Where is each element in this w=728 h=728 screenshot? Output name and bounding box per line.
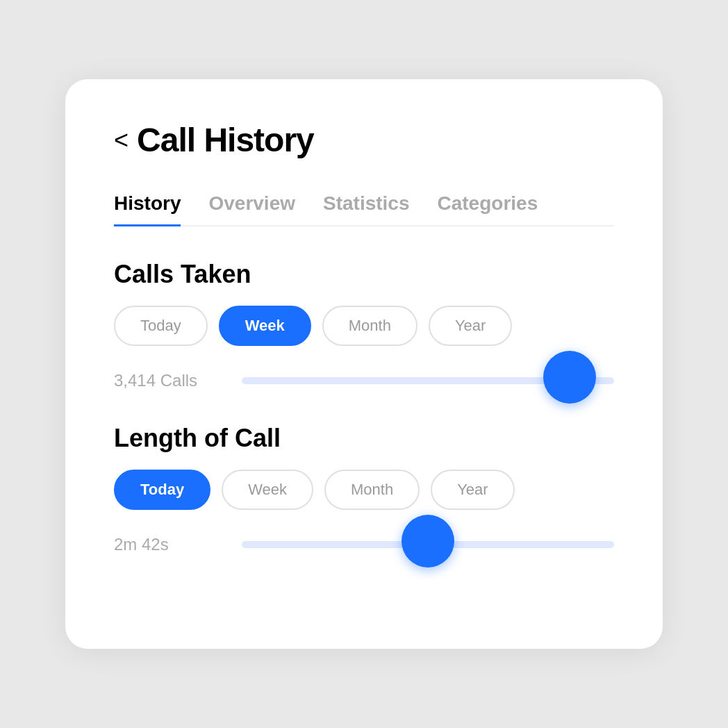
length-filter-year[interactable]: Year bbox=[431, 470, 514, 510]
tab-overview[interactable]: Overview bbox=[208, 192, 295, 226]
calls-taken-track bbox=[242, 377, 614, 384]
back-button[interactable]: < bbox=[114, 128, 129, 153]
calls-taken-section: Calls Taken Today Week Month Year 3,414 … bbox=[114, 260, 614, 390]
length-filter-today[interactable]: Today bbox=[114, 470, 210, 510]
length-of-call-section: Length of Call Today Week Month Year 2m … bbox=[114, 424, 614, 554]
tab-statistics[interactable]: Statistics bbox=[323, 192, 410, 226]
length-thumb[interactable] bbox=[402, 515, 454, 568]
tab-bar: History Overview Statistics Categories bbox=[114, 192, 614, 226]
tab-history[interactable]: History bbox=[114, 192, 181, 226]
main-card: < Call History History Overview Statisti… bbox=[65, 79, 663, 649]
calls-taken-slider[interactable] bbox=[242, 374, 614, 388]
length-slider[interactable] bbox=[242, 538, 614, 552]
length-slider-row: 2m 42s bbox=[114, 535, 614, 554]
calls-filter-month[interactable]: Month bbox=[322, 306, 417, 346]
calls-filter-week[interactable]: Week bbox=[219, 306, 311, 346]
calls-taken-value: 3,414 Calls bbox=[114, 371, 225, 390]
page-title: Call History bbox=[137, 121, 314, 159]
calls-taken-title: Calls Taken bbox=[114, 260, 614, 289]
calls-taken-filters: Today Week Month Year bbox=[114, 306, 614, 346]
calls-taken-thumb[interactable] bbox=[543, 351, 596, 404]
length-filter-month[interactable]: Month bbox=[324, 470, 420, 510]
tab-categories[interactable]: Categories bbox=[438, 192, 538, 226]
length-value: 2m 42s bbox=[114, 535, 225, 554]
length-of-call-title: Length of Call bbox=[114, 424, 614, 453]
length-track bbox=[242, 541, 614, 548]
length-filters: Today Week Month Year bbox=[114, 470, 614, 510]
calls-taken-slider-row: 3,414 Calls bbox=[114, 371, 614, 390]
length-filter-week[interactable]: Week bbox=[222, 470, 313, 510]
page-header: < Call History bbox=[114, 121, 614, 159]
calls-filter-today[interactable]: Today bbox=[114, 306, 208, 346]
calls-filter-year[interactable]: Year bbox=[429, 306, 512, 346]
